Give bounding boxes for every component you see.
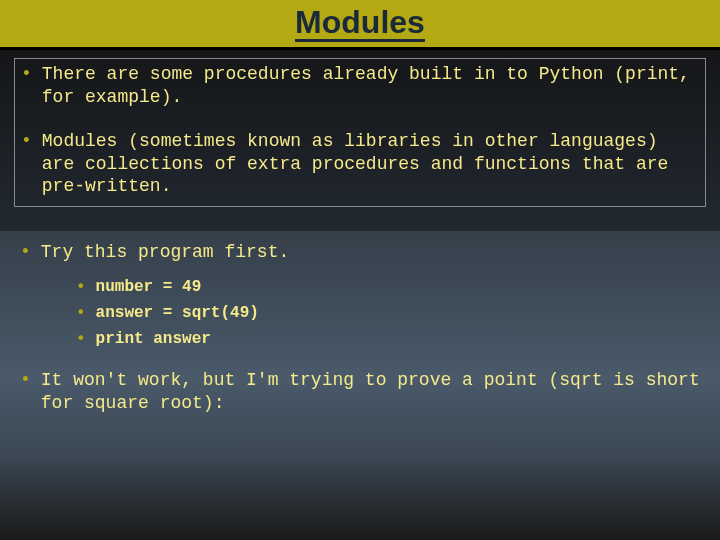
slide-content: • There are some procedures already buil… [0, 50, 720, 446]
bullet-item: • There are some procedures already buil… [21, 63, 699, 108]
bullet-text: Try this program first. [41, 241, 700, 264]
bullet-icon: • [21, 63, 32, 108]
code-line: • print answer [76, 329, 700, 349]
boxed-group: • There are some procedures already buil… [14, 58, 706, 207]
bullet-icon: • [76, 303, 86, 323]
bullet-icon: • [20, 369, 31, 414]
slide-title: Modules [295, 6, 425, 42]
code-text: number = 49 [96, 277, 202, 297]
code-list: • number = 49 • answer = sqrt(49) • prin… [76, 277, 700, 349]
code-text: answer = sqrt(49) [96, 303, 259, 323]
bullet-icon: • [76, 329, 86, 349]
bullet-item: • Try this program first. [20, 241, 700, 264]
bullet-text: There are some procedures already built … [42, 63, 699, 108]
bullet-text: Modules (sometimes known as libraries in… [42, 130, 699, 198]
bullet-item: • Modules (sometimes known as libraries … [21, 130, 699, 198]
code-text: print answer [96, 329, 211, 349]
code-line: • number = 49 [76, 277, 700, 297]
bullet-item: • It won't work, but I'm trying to prove… [20, 369, 700, 414]
bullet-icon: • [76, 277, 86, 297]
code-line: • answer = sqrt(49) [76, 303, 700, 323]
top-section: • There are some procedures already buil… [0, 50, 720, 231]
bullet-icon: • [20, 241, 31, 264]
bullet-text: It won't work, but I'm trying to prove a… [41, 369, 700, 414]
bullet-icon: • [21, 130, 32, 198]
title-bar: Modules [0, 0, 720, 50]
